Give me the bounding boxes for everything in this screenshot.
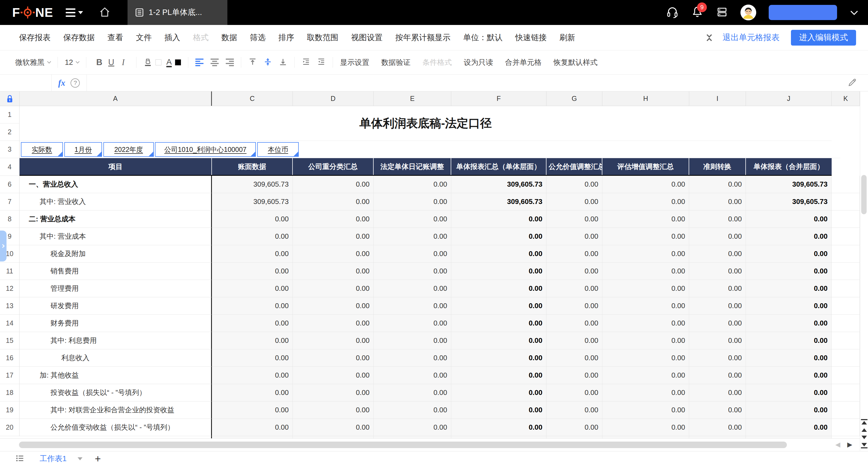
value-cell[interactable]: 0.00 — [602, 211, 689, 228]
value-cell[interactable]: 0.00 — [602, 297, 689, 315]
value-cell[interactable]: 0.00 — [547, 297, 602, 315]
row-number-11[interactable]: 11 — [0, 262, 20, 280]
formula-input[interactable] — [87, 74, 847, 91]
value-cell[interactable]: 0.00 — [212, 297, 293, 315]
value-cell[interactable]: 0.00 — [374, 245, 451, 262]
value-cell[interactable]: 0.00 — [212, 245, 293, 262]
value-cell[interactable]: 0.00 — [689, 280, 746, 297]
value-cell[interactable]: 0.00 — [293, 228, 374, 245]
value-cell[interactable]: 0.00 — [602, 332, 689, 349]
value-cell[interactable]: 0.00 — [689, 193, 746, 211]
menu-item-13[interactable]: 单位：默认 — [463, 32, 502, 43]
empty-cell[interactable] — [832, 297, 860, 315]
value-cell[interactable]: 0.00 — [293, 245, 374, 262]
value-cell[interactable]: 0.00 — [547, 332, 602, 349]
empty-cell[interactable] — [832, 193, 860, 211]
align-top-button[interactable] — [248, 58, 257, 67]
value-cell[interactable]: 0.00 — [689, 211, 746, 228]
scroll-right-button[interactable]: ▶ — [847, 441, 852, 448]
value-cell[interactable]: 0.00 — [293, 367, 374, 384]
value-cell[interactable]: 0.00 — [374, 401, 451, 419]
value-cell[interactable]: 0.00 — [451, 332, 547, 349]
item-label-cell[interactable]: 一、营业总收入 — [20, 176, 212, 193]
value-cell[interactable]: 0.00 — [374, 349, 451, 367]
column-header-I[interactable]: I — [689, 91, 746, 106]
value-cell[interactable]: 0.00 — [374, 176, 451, 193]
table-header-cell-7[interactable]: 评估增值调整汇总 — [602, 158, 689, 175]
value-cell[interactable]: 0.00 — [547, 384, 602, 401]
value-cell[interactable]: 0.00 — [293, 315, 374, 332]
value-cell[interactable]: 0.00 — [212, 228, 293, 245]
column-header-K[interactable]: K — [832, 91, 860, 106]
value-cell[interactable]: 309,605.73 — [212, 176, 293, 193]
value-cell[interactable]: 0.00 — [689, 349, 746, 367]
exit-cell-report-link[interactable]: 退出单元格报表 — [722, 32, 779, 43]
value-cell[interactable]: 0.00 — [451, 419, 547, 436]
help-icon[interactable]: ? — [70, 79, 80, 88]
row-number-2[interactable]: 2 — [0, 123, 20, 141]
table-header-cell-5[interactable]: 单体报表汇总（单体层面） — [451, 158, 547, 175]
select-all-corner[interactable] — [0, 91, 20, 106]
value-cell[interactable]: 0.00 — [293, 297, 374, 315]
value-cell[interactable]: 309,605.73 — [746, 193, 832, 211]
value-cell[interactable]: 0.00 — [746, 228, 832, 245]
value-cell[interactable]: 0.00 — [451, 349, 547, 367]
value-cell[interactable]: 0.00 — [374, 419, 451, 436]
scroll-to-bottom-button[interactable] — [861, 443, 867, 448]
column-header-E[interactable]: E — [374, 91, 451, 106]
item-label-cell[interactable] — [20, 436, 212, 438]
value-cell[interactable] — [602, 436, 689, 438]
row-number-18[interactable]: 18 — [0, 384, 20, 401]
menu-item-9[interactable]: 排序 — [278, 32, 294, 43]
value-cell[interactable]: 0.00 — [689, 297, 746, 315]
value-cell[interactable]: 0.00 — [293, 176, 374, 193]
column-header-J[interactable]: J — [746, 91, 832, 106]
collapse-toolbar-button[interactable] — [707, 33, 711, 42]
value-cell[interactable]: 0.00 — [689, 315, 746, 332]
empty-cell[interactable] — [832, 384, 860, 401]
value-cell[interactable]: 0.00 — [293, 262, 374, 280]
increase-indent-button[interactable] — [302, 58, 310, 67]
empty-cell[interactable] — [832, 280, 860, 297]
menu-item-14[interactable]: 快速链接 — [515, 32, 547, 43]
filter-button-3[interactable]: 2022年度 — [103, 142, 154, 157]
account-chevron-down-icon[interactable] — [849, 8, 859, 17]
vertical-scroll-thumb[interactable] — [861, 175, 867, 214]
menu-item-10[interactable]: 取数范围 — [307, 32, 338, 43]
value-cell[interactable]: 0.00 — [602, 315, 689, 332]
value-cell[interactable]: 0.00 — [746, 384, 832, 401]
underline-button[interactable]: U — [105, 58, 117, 67]
user-avatar[interactable] — [741, 5, 756, 20]
row-number-19[interactable]: 19 — [0, 401, 20, 419]
value-cell[interactable]: 0.00 — [689, 262, 746, 280]
sheet-tab-worksheet1[interactable]: 工作表1 — [40, 454, 67, 464]
row-number-6[interactable]: 6 — [0, 176, 20, 193]
column-header-D[interactable]: D — [293, 91, 374, 106]
value-cell[interactable]: 309,605.73 — [451, 193, 547, 211]
font-size-select[interactable]: 12 — [65, 58, 79, 67]
menu-item-1[interactable]: 保存报表 — [19, 32, 51, 43]
value-cell[interactable]: 0.00 — [746, 419, 832, 436]
sheet-list-button[interactable] — [15, 454, 24, 464]
value-cell[interactable]: 0.00 — [374, 315, 451, 332]
column-header-C[interactable]: C — [212, 91, 293, 106]
value-cell[interactable]: 0.00 — [746, 280, 832, 297]
left-panel-expand-handle[interactable] — [0, 230, 6, 261]
item-label-cell[interactable]: 利息收入 — [20, 349, 212, 367]
value-cell[interactable]: 0.00 — [293, 280, 374, 297]
value-cell[interactable]: 0.00 — [602, 193, 689, 211]
item-label-cell[interactable]: 其中: 对联营企业和合营企业的投资收益 — [20, 401, 212, 419]
horizontal-scroll-thumb[interactable] — [19, 442, 787, 448]
value-cell[interactable]: 0.00 — [547, 193, 602, 211]
align-center-button[interactable] — [211, 59, 219, 66]
value-cell[interactable]: 0.00 — [293, 384, 374, 401]
empty-cell[interactable] — [832, 176, 860, 193]
column-header-A[interactable]: A — [20, 91, 212, 106]
value-cell[interactable]: 0.00 — [293, 349, 374, 367]
empty-cell[interactable] — [832, 367, 860, 384]
value-cell[interactable]: 0.00 — [374, 297, 451, 315]
support-headset-button[interactable] — [666, 6, 679, 19]
value-cell[interactable]: 0.00 — [547, 349, 602, 367]
value-cell[interactable]: 0.00 — [293, 193, 374, 211]
font-family-select[interactable]: 微软雅黑 — [15, 58, 51, 67]
